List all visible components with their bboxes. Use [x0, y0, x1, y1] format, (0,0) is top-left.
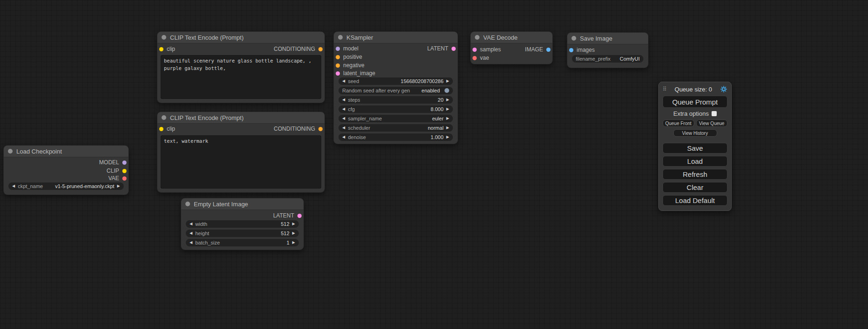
width-number-widget[interactable]: ◀ width 512 ▶ [186, 220, 299, 228]
seed-number-widget[interactable]: ◀ seed 156680208700286 ▶ [339, 77, 453, 85]
batch-size-number-widget[interactable]: ◀ batch_size 1 ▶ [186, 239, 299, 246]
load-button[interactable]: Load [663, 156, 727, 167]
filename-prefix-text-widget[interactable]: filename_prefix ComfyUI [572, 55, 643, 63]
collapse-dot-icon[interactable] [8, 149, 13, 154]
node-empty-latent-image[interactable]: Empty Latent Image LATENT ◀ width 512 ▶ … [181, 198, 303, 250]
increment-arrow-icon[interactable]: ▶ [446, 98, 449, 102]
node-title-bar[interactable]: Save Image [567, 33, 648, 44]
port-label: vae [480, 55, 489, 61]
increment-arrow-icon[interactable]: ▶ [446, 107, 449, 111]
queue-prompt-button[interactable]: Queue Prompt [663, 96, 727, 108]
collapse-dot-icon[interactable] [162, 115, 166, 120]
sampler-name-combo-widget[interactable]: ◀ sampler_name euler ▶ [339, 115, 453, 122]
queue-front-button[interactable]: Queue Front [663, 119, 694, 127]
seed-toggle-dot[interactable] [445, 88, 449, 93]
decrement-arrow-icon[interactable]: ◀ [12, 184, 15, 188]
decrement-arrow-icon[interactable]: ◀ [190, 241, 192, 245]
widget-value: 1 [287, 240, 289, 245]
widget-value: normal [428, 125, 444, 131]
drag-handle-icon[interactable]: ⠿ [663, 86, 667, 92]
extra-options-checkbox[interactable] [712, 111, 717, 116]
decrement-arrow-icon[interactable]: ◀ [342, 126, 345, 130]
samples-input-socket[interactable] [473, 48, 477, 52]
settings-gear-icon[interactable] [720, 85, 727, 93]
view-history-button[interactable]: View History [673, 129, 717, 137]
increment-arrow-icon[interactable]: ▶ [292, 241, 295, 245]
clip-input-socket[interactable] [159, 47, 163, 51]
collapse-dot-icon[interactable] [475, 35, 480, 40]
model-input-socket[interactable] [336, 47, 340, 51]
collapse-dot-icon[interactable] [572, 36, 576, 41]
port-label: latent_image [343, 70, 375, 77]
decrement-arrow-icon[interactable]: ◀ [342, 117, 345, 120]
negative-prompt-textarea[interactable]: text, watermark [161, 135, 321, 189]
node-title-bar[interactable]: CLIP Text Encode (Prompt) [157, 32, 325, 43]
port-label: CONDITIONING [274, 126, 315, 132]
node-title: Empty Latent Image [194, 201, 248, 208]
node-title-bar[interactable]: Empty Latent Image [181, 198, 303, 210]
view-queue-button[interactable]: View Queue [696, 119, 728, 127]
conditioning-output-socket[interactable] [318, 127, 323, 131]
increment-arrow-icon[interactable]: ▶ [446, 117, 449, 120]
node-graph-canvas[interactable]: Load Checkpoint MODEL CLIP VAE ◀ ckpt_na… [0, 0, 868, 329]
increment-arrow-icon[interactable]: ▶ [446, 79, 449, 83]
ckpt-name-combo-widget[interactable]: ◀ ckpt_name v1-5-pruned-emaonly.ckpt ▶ [8, 182, 124, 190]
output-port-conditioning: CONDITIONING [274, 126, 323, 132]
negative-input-socket[interactable] [336, 63, 340, 68]
port-label: VAE [108, 175, 119, 182]
scheduler-combo-widget[interactable]: ◀ scheduler normal ▶ [339, 124, 453, 132]
node-title-bar[interactable]: Load Checkpoint [4, 146, 128, 157]
node-vae-decode[interactable]: VAE Decode samples vae IMAGE [471, 32, 552, 64]
increment-arrow-icon[interactable]: ▶ [292, 222, 295, 226]
cfg-number-widget[interactable]: ◀ cfg 8.000 ▶ [339, 105, 453, 113]
decrement-arrow-icon[interactable]: ◀ [342, 98, 345, 102]
increment-arrow-icon[interactable]: ▶ [117, 184, 120, 188]
refresh-button[interactable]: Refresh [663, 169, 727, 180]
node-ksampler[interactable]: KSampler model positive negative latent_… [334, 32, 458, 144]
node-title-bar[interactable]: KSampler [334, 32, 458, 43]
vae-input-socket[interactable] [473, 56, 477, 60]
node-load-checkpoint[interactable]: Load Checkpoint MODEL CLIP VAE ◀ ckpt_na… [4, 146, 128, 195]
clip-input-socket[interactable] [159, 127, 163, 131]
denoise-number-widget[interactable]: ◀ denoise 1.000 ▶ [339, 133, 453, 141]
image-output-socket[interactable] [546, 48, 550, 52]
decrement-arrow-icon[interactable]: ◀ [190, 222, 192, 226]
port-label: positive [343, 54, 362, 60]
node-clip-text-encode-positive[interactable]: CLIP Text Encode (Prompt) clip CONDITION… [157, 32, 325, 103]
node-clip-text-encode-negative[interactable]: CLIP Text Encode (Prompt) clip CONDITION… [157, 112, 325, 192]
node-title-bar[interactable]: CLIP Text Encode (Prompt) [157, 112, 325, 124]
increment-arrow-icon[interactable]: ▶ [446, 135, 449, 139]
collapse-dot-icon[interactable] [338, 35, 343, 40]
node-save-image[interactable]: Save Image images filename_prefix ComfyU… [567, 33, 648, 68]
clip-output-socket[interactable] [122, 169, 127, 173]
widget-label: filename_prefix [576, 56, 611, 62]
node-title: KSampler [346, 34, 373, 41]
vae-output-socket[interactable] [122, 176, 127, 181]
decrement-arrow-icon[interactable]: ◀ [342, 79, 345, 83]
conditioning-output-socket[interactable] [318, 47, 323, 51]
increment-arrow-icon[interactable]: ▶ [446, 126, 449, 130]
height-number-widget[interactable]: ◀ height 512 ▶ [186, 230, 299, 237]
model-output-socket[interactable] [122, 161, 127, 165]
decrement-arrow-icon[interactable]: ◀ [342, 135, 345, 139]
steps-number-widget[interactable]: ◀ steps 20 ▶ [339, 96, 453, 104]
random-seed-toggle-widget[interactable]: Random seed after every gen enabled [339, 87, 453, 94]
collapse-dot-icon[interactable] [185, 202, 190, 206]
images-input-socket[interactable] [569, 48, 573, 52]
increment-arrow-icon[interactable]: ▶ [292, 231, 295, 235]
save-button[interactable]: Save [663, 143, 727, 154]
latent-image-input-socket[interactable] [336, 71, 340, 76]
positive-input-socket[interactable] [336, 55, 340, 59]
latent-output-socket[interactable] [297, 214, 302, 218]
node-title-bar[interactable]: VAE Decode [471, 32, 552, 43]
decrement-arrow-icon[interactable]: ◀ [190, 231, 192, 235]
latent-output-socket[interactable] [452, 47, 456, 51]
load-default-button[interactable]: Load Default [663, 195, 727, 206]
positive-prompt-textarea[interactable]: beautiful scenery nature glass bottle la… [161, 55, 321, 99]
collapse-dot-icon[interactable] [162, 35, 166, 40]
clear-button[interactable]: Clear [663, 182, 727, 193]
decrement-arrow-icon[interactable]: ◀ [342, 107, 345, 111]
widget-label: scheduler [348, 125, 370, 131]
node-title: VAE Decode [483, 34, 517, 41]
input-port-positive: positive [336, 54, 362, 60]
